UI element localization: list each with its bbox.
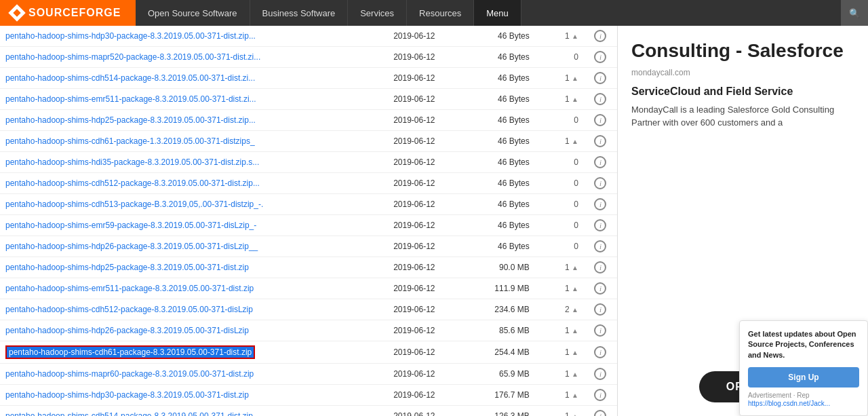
file-link[interactable]: pentaho-hadoop-shims-cdh514-package-8.3.… — [5, 411, 253, 416]
file-size-cell: 46 Bytes — [467, 110, 535, 131]
file-link[interactable]: pentaho-hadoop-shims-cdh512-package-8.3.… — [5, 178, 260, 188]
file-list-area[interactable]: pentaho-hadoop-shims-hdp30-package-8.3.2… — [0, 26, 617, 416]
file-size-cell: 65.9 MB — [467, 364, 535, 385]
file-link[interactable]: pentaho-hadoop-shims-mapr60-package-8.3.… — [5, 369, 254, 379]
info-icon[interactable]: i — [594, 51, 606, 63]
file-info-cell[interactable]: i — [584, 173, 617, 194]
navbar: SOURCEFORGE Open Source Software Busines… — [0, 0, 868, 26]
file-info-cell[interactable]: i — [584, 26, 617, 47]
info-icon[interactable]: i — [594, 410, 606, 416]
file-size-cell: 46 Bytes — [467, 194, 535, 215]
file-size-cell: 46 Bytes — [467, 152, 535, 173]
info-icon[interactable]: i — [594, 219, 606, 231]
ad-desc: MondayCall is a leading Salesforce Gold … — [631, 103, 854, 130]
file-info-cell[interactable]: i — [584, 320, 617, 341]
file-name-cell: pentaho-hadoop-shims-hdi35-package-8.3.2… — [0, 152, 388, 173]
file-link[interactable]: pentaho-hadoop-shims-emr59-package-8.3.2… — [5, 221, 256, 230]
file-link[interactable]: pentaho-hadoop-shims-emr511-package-8.3.… — [5, 94, 256, 104]
brand-logo[interactable]: SOURCEFORGE — [0, 0, 136, 26]
info-icon[interactable]: i — [594, 93, 606, 105]
file-link[interactable]: pentaho-hadoop-shims-hdi35-package-8.3.2… — [5, 157, 259, 167]
file-link[interactable]: pentaho-hadoop-shims-hdp26-package-8.3.2… — [5, 242, 258, 251]
file-date-cell: 2019-06-12 — [388, 320, 467, 341]
file-date-cell: 2019-06-12 — [388, 131, 467, 152]
nav-resources[interactable]: Resources — [407, 0, 474, 26]
info-icon[interactable]: i — [594, 324, 606, 337]
file-info-cell[interactable]: i — [584, 364, 617, 385]
info-icon[interactable]: i — [594, 135, 606, 147]
nav-menu[interactable]: Menu — [474, 0, 521, 26]
file-link[interactable]: pentaho-hadoop-shims-hdp25-package-8.3.2… — [5, 263, 249, 272]
file-info-cell[interactable]: i — [584, 278, 617, 299]
info-icon[interactable]: i — [594, 261, 606, 273]
file-info-cell[interactable]: i — [584, 89, 617, 110]
info-icon[interactable]: i — [594, 389, 606, 401]
file-link[interactable]: pentaho-hadoop-shims-hdp30-package-8.3.2… — [5, 390, 249, 400]
signup-button[interactable]: Sign Up — [748, 367, 859, 387]
file-info-cell[interactable]: i — [584, 236, 617, 257]
file-dl-cell: 0 — [535, 215, 584, 236]
file-dl-cell: 1 ▲ — [535, 257, 584, 278]
file-link[interactable]: pentaho-hadoop-shims-hdp25-package-8.3.2… — [5, 115, 256, 125]
file-link[interactable]: pentaho-hadoop-shims-emr511-package-8.3.… — [5, 284, 254, 293]
file-date-cell: 2019-06-12 — [388, 152, 467, 173]
file-info-cell[interactable]: i — [584, 194, 617, 215]
file-date-cell: 2019-06-12 — [388, 215, 467, 236]
ad-link[interactable]: https://blog.csdn.net/Jack... — [748, 400, 830, 407]
file-size-cell: 46 Bytes — [467, 89, 535, 110]
file-dl-cell: 0 — [535, 236, 584, 257]
file-info-cell[interactable]: i — [584, 68, 617, 89]
nav-services[interactable]: Services — [348, 0, 407, 26]
dl-count: 1 ▲ — [565, 369, 578, 379]
dl-count: 1 ▲ — [565, 31, 578, 41]
info-icon[interactable]: i — [594, 198, 606, 210]
nav-open-source[interactable]: Open Source Software — [136, 0, 250, 26]
file-info-cell[interactable]: i — [584, 131, 617, 152]
file-name-cell: pentaho-hadoop-shims-mapr520-package-8.3… — [0, 47, 388, 68]
file-link[interactable]: pentaho-hadoop-shims-cdh513-package-B.3.… — [5, 200, 263, 209]
dl-count: 1 ▲ — [565, 284, 578, 293]
file-info-cell[interactable]: i — [584, 215, 617, 236]
file-link[interactable]: pentaho-hadoop-shims-cdh61-package-1.3.2… — [5, 136, 255, 146]
info-icon[interactable]: i — [594, 346, 606, 358]
file-dl-cell: 0 — [535, 173, 584, 194]
file-info-cell[interactable]: i — [584, 406, 617, 417]
file-link-selected[interactable]: pentaho-hadoop-shims-cdh61-package-8.3.2… — [5, 345, 255, 359]
info-icon[interactable]: i — [594, 240, 606, 252]
info-icon[interactable]: i — [594, 282, 606, 295]
info-icon[interactable]: i — [594, 156, 606, 168]
nav-business[interactable]: Business Software — [250, 0, 349, 26]
file-dl-cell: 1 ▲ — [535, 26, 584, 47]
file-name-cell: pentaho-hadoop-shims-hdp25-package-8.3.2… — [0, 257, 388, 278]
file-info-cell[interactable]: i — [584, 110, 617, 131]
info-icon[interactable]: i — [594, 368, 606, 380]
info-icon[interactable]: i — [594, 114, 606, 126]
dl-count: 1 ▲ — [565, 411, 578, 416]
table-row: pentaho-hadoop-shims-emr511-package-8.3.… — [0, 89, 617, 110]
file-link[interactable]: pentaho-hadoop-shims-mapr520-package-8.3… — [5, 52, 260, 62]
info-icon[interactable]: i — [594, 72, 606, 84]
file-dl-cell: 1 ▲ — [535, 320, 584, 341]
file-name-cell: pentaho-hadoop-shims-cdh512-package-8.3.… — [0, 173, 388, 194]
file-info-cell[interactable]: i — [584, 299, 617, 320]
info-icon[interactable]: i — [594, 30, 606, 42]
file-table: pentaho-hadoop-shims-hdp30-package-8.3.2… — [0, 26, 617, 416]
file-size-cell: 46 Bytes — [467, 26, 535, 47]
file-info-cell[interactable]: i — [584, 385, 617, 406]
file-dl-cell: 1 ▲ — [535, 364, 584, 385]
file-link[interactable]: pentaho-hadoop-shims-hdp26-package-8.3.2… — [5, 326, 249, 335]
info-icon[interactable]: i — [594, 177, 606, 189]
search-icon[interactable]: 🔍 — [841, 0, 868, 26]
table-row: pentaho-hadoop-shims-emr59-package-8.3.2… — [0, 215, 617, 236]
table-row: pentaho-hadoop-shims-mapr60-package-8.3.… — [0, 364, 617, 385]
file-info-cell[interactable]: i — [584, 257, 617, 278]
file-link[interactable]: pentaho-hadoop-shims-hdp30-package-8.3.2… — [5, 31, 256, 41]
file-info-cell[interactable]: i — [584, 341, 617, 364]
file-link[interactable]: pentaho-hadoop-shims-cdh512-package-8.3.… — [5, 305, 253, 314]
file-link[interactable]: pentaho-hadoop-shims-cdh514-package-8.3.… — [5, 73, 255, 83]
table-row: pentaho-hadoop-shims-cdh61-package-1.3.2… — [0, 131, 617, 152]
file-info-cell[interactable]: i — [584, 47, 617, 68]
info-icon[interactable]: i — [594, 303, 606, 316]
file-name-cell: pentaho-hadoop-shims-cdh514-package-8.3.… — [0, 406, 388, 417]
file-info-cell[interactable]: i — [584, 152, 617, 173]
